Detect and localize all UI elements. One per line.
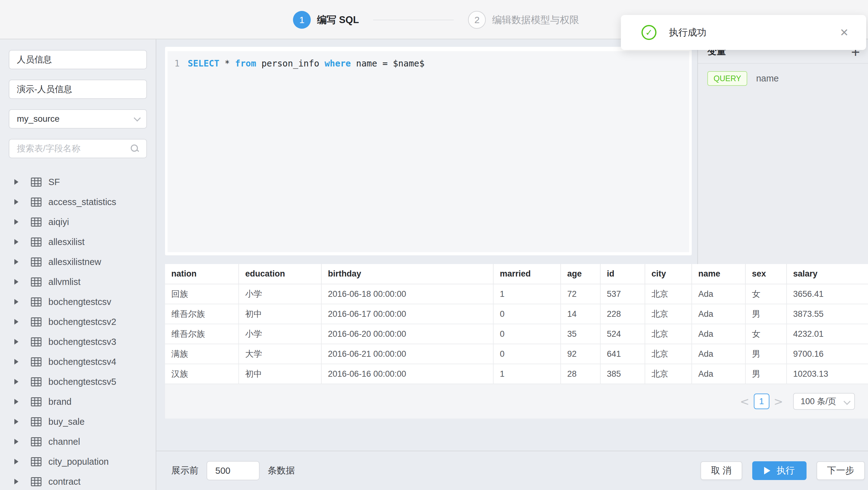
table-tree-item[interactable]: contract	[0, 471, 156, 490]
datasource-select[interactable]: my_source	[9, 109, 147, 129]
table-tree-item[interactable]: city_population	[0, 452, 156, 471]
caret-right-icon[interactable]	[14, 299, 19, 305]
table-search-field-wrap	[9, 139, 147, 158]
caret-right-icon[interactable]	[14, 399, 19, 404]
cell-name: Ada	[692, 344, 745, 364]
cell-sex: 男	[745, 364, 786, 384]
table-tree-item[interactable]: allesxilistnew	[0, 252, 156, 272]
cell-nation: 满族	[165, 344, 239, 364]
table-search-input[interactable]	[17, 144, 131, 154]
cell-education: 大学	[239, 344, 321, 364]
caret-right-icon[interactable]	[14, 319, 19, 325]
table-name-label: brand	[49, 397, 71, 407]
column-header: name	[692, 264, 745, 284]
cancel-button[interactable]: 取 消	[701, 461, 742, 480]
variable-name: name	[756, 73, 779, 84]
table-row[interactable]: 维吾尔族 小学 2016-06-20 00:00:00 0 35 524 北京 …	[165, 324, 868, 344]
cell-id: 537	[600, 284, 645, 304]
table-tree-item[interactable]: allesxilist	[0, 232, 156, 252]
results-table: nationeducationbirthdaymarriedageidcityn…	[165, 264, 868, 384]
cell-married: 0	[493, 304, 561, 324]
table-grid-icon	[31, 337, 41, 346]
row-limit-input[interactable]	[207, 461, 259, 480]
page-size-value: 100 条/页	[801, 396, 836, 407]
table-grid-icon	[31, 218, 41, 226]
column-header: id	[600, 264, 645, 284]
caret-right-icon[interactable]	[14, 379, 19, 385]
column-header: city	[645, 264, 692, 284]
caret-right-icon[interactable]	[14, 479, 19, 484]
step-2-number: 2	[474, 15, 480, 25]
table-tree-item[interactable]: bochengtestcsv2	[0, 312, 156, 332]
cell-name: Ada	[692, 304, 745, 324]
limit-prefix-label: 展示前	[171, 464, 198, 477]
cell-sex: 男	[745, 344, 786, 364]
table-tree-item[interactable]: brand	[0, 392, 156, 412]
cell-nation: 维吾尔族	[165, 304, 239, 324]
caret-right-icon[interactable]	[14, 219, 19, 225]
pagination-bar: < 1 > 100 条/页	[165, 384, 868, 419]
table-tree-item[interactable]: aiqiyi	[0, 212, 156, 232]
cell-name: Ada	[692, 284, 745, 304]
cell-id: 524	[600, 324, 645, 344]
table-tree-item[interactable]: allvmlist	[0, 272, 156, 292]
sql-token: *	[219, 58, 235, 69]
sidebar: my_source	[0, 39, 156, 490]
caret-right-icon[interactable]	[14, 339, 19, 344]
sql-token: SELECT	[188, 58, 219, 69]
variable-row[interactable]: QUERY name	[707, 71, 859, 86]
dataset-display-field-wrap	[9, 80, 147, 99]
page-size-select[interactable]: 100 条/页	[793, 393, 855, 410]
caret-right-icon[interactable]	[14, 359, 19, 365]
caret-right-icon[interactable]	[14, 259, 19, 265]
dataset-name-input[interactable]	[17, 55, 139, 65]
table-tree-item[interactable]: bochengtestcsv5	[0, 372, 156, 392]
table-grid-icon	[31, 277, 41, 286]
table-row[interactable]: 汉族 初中 2016-06-16 00:00:00 1 28 385 北京 Ad…	[165, 364, 868, 384]
caret-right-icon[interactable]	[14, 239, 19, 245]
cell-name: Ada	[692, 364, 745, 384]
toast-close-icon[interactable]: ✕	[840, 26, 849, 39]
success-toast: ✓ 执行成功 ✕	[621, 15, 866, 50]
table-tree-item[interactable]: bochengtestcsv	[0, 292, 156, 312]
run-button[interactable]: 执行	[752, 461, 807, 480]
chevron-down-icon	[134, 115, 141, 122]
prev-page-icon[interactable]: <	[740, 395, 749, 408]
sql-token: from	[235, 58, 256, 69]
table-tree-item[interactable]: bochengtestcsv3	[0, 332, 156, 352]
table-row[interactable]: 满族 大学 2016-06-21 00:00:00 0 92 641 北京 Ad…	[165, 344, 868, 364]
caret-right-icon[interactable]	[14, 199, 19, 205]
table-row[interactable]: 维吾尔族 初中 2016-06-17 00:00:00 0 14 228 北京 …	[165, 304, 868, 324]
caret-right-icon[interactable]	[14, 419, 19, 425]
table-grid-icon	[31, 238, 41, 247]
cell-married: 1	[493, 364, 561, 384]
table-row[interactable]: 回族 小学 2016-06-18 00:00:00 1 72 537 北京 Ad…	[165, 284, 868, 304]
table-tree-item[interactable]: buy_sale	[0, 412, 156, 432]
table-tree-item[interactable]: SF	[0, 172, 156, 192]
results-body: 回族 小学 2016-06-18 00:00:00 1 72 537 北京 Ad…	[165, 284, 868, 384]
results-panel: nationeducationbirthdaymarriedageidcityn…	[165, 264, 868, 419]
sql-code-area[interactable]: 1SELECT * from person_info where name = …	[167, 51, 689, 252]
caret-right-icon[interactable]	[14, 459, 19, 464]
dataset-display-input[interactable]	[17, 84, 139, 94]
caret-right-icon[interactable]	[14, 179, 19, 185]
table-name-label: bochengtestcsv5	[49, 377, 116, 387]
sql-editor-panel: 1SELECT * from person_info where name = …	[165, 47, 692, 255]
table-tree-item[interactable]: access_statistics	[0, 192, 156, 212]
caret-right-icon[interactable]	[14, 279, 19, 285]
stepper: 1 编写 SQL 2 编辑数据模型与权限	[293, 11, 579, 29]
next-step-button[interactable]: 下一步	[816, 461, 865, 480]
table-tree-item[interactable]: bochengtestcsv4	[0, 352, 156, 372]
caret-right-icon[interactable]	[14, 439, 19, 445]
step-1-circle: 1	[293, 11, 311, 29]
table-tree-item[interactable]: channel	[0, 432, 156, 452]
row-limit-group: 展示前 条数据	[171, 461, 295, 480]
cell-salary: 4232.01	[786, 324, 868, 344]
cell-city: 北京	[645, 284, 692, 304]
table-name-label: contract	[49, 477, 81, 487]
table-name-label: buy_sale	[49, 417, 85, 427]
cell-sex: 女	[745, 284, 786, 304]
next-page-icon[interactable]: >	[774, 395, 783, 408]
table-grid-icon	[31, 197, 41, 207]
page-number-button[interactable]: 1	[754, 394, 769, 409]
